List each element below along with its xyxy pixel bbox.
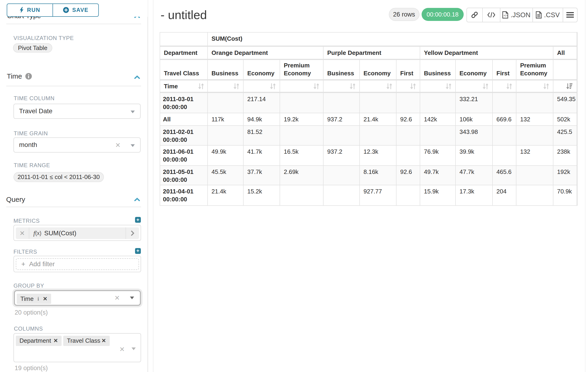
svg-text:</>: </> (504, 14, 508, 17)
